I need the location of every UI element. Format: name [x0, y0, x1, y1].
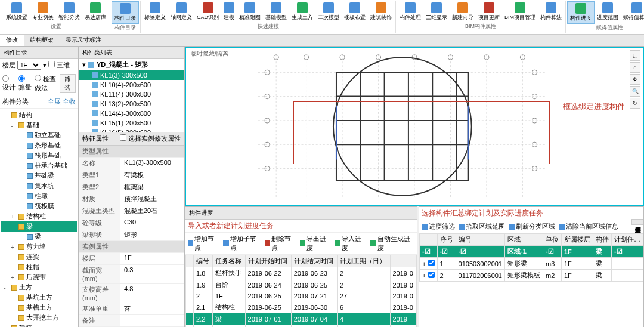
ribbon-基础模型[interactable]: 基础模型: [263, 1, 289, 23]
sched-tb-删除节点[interactable]: 删除节点: [265, 235, 296, 252]
collapse-all[interactable]: 全收: [63, 97, 76, 106]
summary-row[interactable]: + 1010503002001矩形梁m31F梁: [420, 258, 643, 270]
schedule-title: 构件进度: [185, 207, 417, 220]
schedule-grid[interactable]: 编号任务名称计划开始时间计划结束时间计划工期（日）1.8栏杆扶手2019-06-…: [185, 255, 417, 327]
tree-基坑土方[interactable]: 基坑土方: [1, 292, 77, 303]
floor-label: 楼层: [2, 61, 16, 70]
ribbon-构件进度[interactable]: 构件进度: [567, 1, 595, 24]
schedule-row[interactable]: -21F2019-06-252019-07-21272019-0: [186, 291, 417, 301]
list-item[interactable]: KL14(4)-300x800: [79, 109, 184, 118]
filter-button[interactable]: 筛选: [60, 74, 76, 93]
tree-筏形基础[interactable]: 筏形基础: [1, 150, 77, 161]
schedule-row[interactable]: 1.8栏杆扶手2019-06-222019-06-2322019-0: [186, 267, 417, 279]
floor-select[interactable]: 1F: [17, 61, 41, 70]
tree-基础梁[interactable]: 基础梁: [1, 171, 77, 181]
tree-基础[interactable]: -基础: [1, 120, 77, 130]
ribbon-建模[interactable]: 建模: [221, 1, 237, 23]
sum-tb-进度筛选[interactable]: 进度筛选: [422, 222, 455, 231]
ribbon-二次模型[interactable]: 二次模型: [315, 1, 342, 23]
tab-修改[interactable]: 修改: [0, 35, 24, 46]
sum-tb-拾取区域范围[interactable]: 拾取区域范围: [459, 222, 505, 231]
tree-条形基础[interactable]: 条形基础: [1, 140, 77, 150]
ribbon-精准附图[interactable]: 精准附图: [237, 1, 263, 23]
tree-柱帽[interactable]: 柱帽: [1, 262, 77, 272]
sum-tb-清除当前区域信息[interactable]: 清除当前区域信息: [559, 222, 618, 231]
list-item[interactable]: KL13(2)-200x500: [79, 99, 184, 109]
list-group[interactable]: ▾YD_混凝土 - 矩形: [79, 59, 184, 70]
orbit-tool[interactable]: ↻: [630, 98, 640, 109]
tree-连梁[interactable]: 连梁: [1, 252, 77, 262]
ribbon-BIM项目管理[interactable]: BIM项目管理: [502, 1, 538, 23]
tree-独立基础[interactable]: 独立基础: [1, 130, 77, 140]
sched-tb-导出进度[interactable]: 导出进度: [300, 235, 332, 252]
tree-大开挖土方[interactable]: 大开挖土方: [1, 313, 77, 323]
ribbon-轴网定义[interactable]: 轴网定义: [168, 1, 194, 23]
expand-all[interactable]: 全展: [48, 97, 61, 106]
summary-red-title: 选择构件汇总绑定计划及实际进度任务: [419, 207, 643, 220]
list-item[interactable]: KL1(3)-300x500: [79, 70, 184, 80]
home-view[interactable]: ⌂: [630, 62, 640, 73]
schedule-row[interactable]: 2.2梁2019-07-012019-07-0442019-: [186, 313, 417, 325]
nav-cube[interactable]: ⬚: [630, 50, 640, 61]
mode-算量[interactable]: 算量: [18, 75, 33, 92]
tree-后浇带[interactable]: +后浇带: [1, 272, 77, 282]
sched-tb-增加节点[interactable]: 增加节点: [188, 235, 219, 252]
ribbon-项目更新[interactable]: 项目更新: [476, 1, 502, 23]
tab-显示尺寸标注[interactable]: 显示尺寸标注: [60, 35, 107, 46]
tree-柱墩[interactable]: 柱墩: [1, 191, 77, 201]
tree-基槽土方[interactable]: 基槽土方: [1, 303, 77, 313]
ribbon-建筑装饰[interactable]: 建筑装饰: [368, 1, 394, 23]
ribbon-构件目录[interactable]: 构件目录: [112, 1, 139, 24]
ribbon-生成土方[interactable]: 生成土方: [289, 1, 315, 23]
ribbon-标签定义[interactable]: 标签定义: [142, 1, 168, 23]
tab-结构框架[interactable]: 结构框架: [24, 35, 60, 46]
list-item[interactable]: KL10(4)-200x600: [79, 80, 184, 90]
summary-toolbar: 进度筛选拾取区域范围刷新分类区域清除当前区域信息: [419, 220, 643, 233]
summary-grid[interactable]: 序号编号区域单位所属楼层构件计划任…-☑-☑-☑区域-1-☑1F梁-☑+ 101…: [419, 233, 643, 327]
schedule-row[interactable]: 2.1结构柱2019-06-252019-06-3062019-0: [186, 301, 417, 313]
ribbon-易达店库[interactable]: 易达店库: [82, 1, 109, 23]
list-item[interactable]: KL11(4)-300x800: [79, 90, 184, 99]
summary-row[interactable]: + 2011702006001矩形梁模板m21F梁: [420, 270, 643, 282]
properties-panel: 特征属性 选择实例修改属性 类型属性名称KL1(3)-300x500类型1有梁板…: [79, 132, 184, 327]
schedule-row[interactable]: 2.3板2019-07-042019-07-0552019-0: [186, 325, 417, 327]
schedule-row[interactable]: 1.9台阶2019-06-242019-06-2522019-0: [186, 279, 417, 291]
zoom-tool[interactable]: 🔍: [630, 86, 640, 97]
tree-剪力墙[interactable]: +剪力墙: [1, 242, 77, 252]
pan-tool[interactable]: ✥: [630, 74, 640, 85]
ribbon-三维显示[interactable]: 三维显示: [423, 1, 450, 23]
ribbon-赋得值算性[interactable]: 赋得值算性: [621, 1, 644, 24]
list-item[interactable]: KL16(5)-200x600: [79, 128, 184, 132]
side-tab[interactable]: 进度绑定任务总图: [631, 219, 643, 225]
list-item[interactable]: KL15(1)-200x500: [79, 118, 184, 128]
sched-tb-自动生成进度[interactable]: 自动生成进度: [370, 235, 414, 252]
tree-结构柱[interactable]: +结构柱: [1, 211, 77, 221]
ribbon-新建向导[interactable]: 新建向导: [450, 1, 476, 23]
plan-viewport[interactable]: 临时隐藏/隔离: [185, 47, 644, 206]
mode-设计[interactable]: 设计: [2, 75, 17, 92]
sched-tb-增加子节点[interactable]: 增加子节点: [223, 235, 261, 252]
tree-土方[interactable]: -土方: [1, 282, 77, 292]
tree-梁[interactable]: 梁: [1, 221, 77, 232]
ribbon-专业切换[interactable]: 专业切换: [30, 1, 56, 23]
tree-集水坑[interactable]: 集水坑: [1, 181, 77, 191]
ribbon-CAD识别[interactable]: CAD识别: [194, 1, 221, 23]
tree-筏板膜[interactable]: 筏板膜: [1, 201, 77, 211]
summary-group-row[interactable]: -☑-☑-☑区域-1-☑1F梁-☑: [420, 246, 643, 258]
edit-instance-check[interactable]: 选择实例修改属性: [120, 134, 181, 143]
sched-tb-导入进度[interactable]: 导入进度: [335, 235, 367, 252]
dim-check[interactable]: 三维: [48, 61, 70, 70]
ribbon-楼板布置[interactable]: 楼板布置: [342, 1, 368, 23]
tree-桩承台基础[interactable]: 桩承台基础: [1, 161, 77, 171]
ribbon-智能分类[interactable]: 智能分类: [56, 1, 82, 23]
ribbon-系统设置[interactable]: 系统设置: [4, 1, 30, 23]
mode-检查做法[interactable]: 检查做法: [35, 75, 58, 92]
tree-梁[interactable]: 梁: [1, 232, 77, 242]
ribbon-构件算法[interactable]: 构件算法: [538, 1, 564, 23]
tree-结构[interactable]: -结构: [1, 110, 77, 120]
ribbon-构件处理[interactable]: 构件处理: [397, 1, 423, 23]
ribbon-进度范围[interactable]: 进度范围: [595, 1, 621, 24]
list-title: 构件类列表: [79, 47, 184, 59]
sum-tb-刷新分类区域[interactable]: 刷新分类区域: [509, 222, 555, 231]
tree-建筑[interactable]: -建筑: [1, 323, 77, 327]
